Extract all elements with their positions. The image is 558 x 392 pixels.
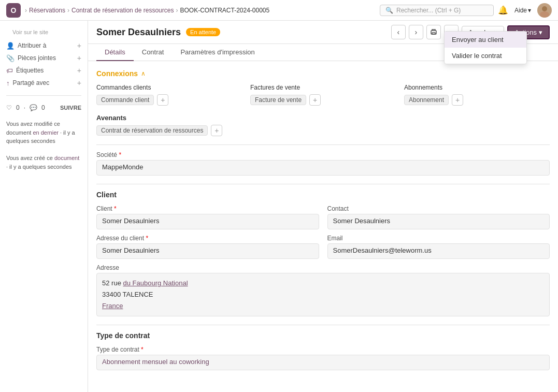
client-value[interactable]: Somer Desaulniers — [96, 214, 319, 229]
email-value[interactable]: SomerDesaulniers@teleworm.us — [327, 243, 550, 259]
commandes-tags: Commande client + — [96, 94, 242, 106]
avenant-tag[interactable]: Contrat de réservation de ressources — [96, 125, 208, 136]
type-contrat-section: Type de contrat Type de contrat * Abonne… — [96, 331, 550, 370]
search-icon: 🔍 — [385, 7, 393, 14]
dropdown-envoyer[interactable]: Envoyer au client — [445, 32, 526, 48]
sidebar-divider — [6, 95, 81, 96]
divider-3 — [96, 325, 550, 325]
dropdown-valider[interactable]: Valider le contrat — [445, 48, 526, 64]
contact-label: Contact — [327, 205, 550, 212]
tab-contrat[interactable]: Contrat — [134, 44, 173, 61]
adresse-link[interactable]: du Faubourg National — [123, 279, 188, 287]
sidebar-item-etiquettes[interactable]: 🏷 Étiquettes + — [6, 64, 81, 77]
heart-icon: ♡ — [6, 104, 12, 111]
client-row-1: Client * Somer Desaulniers Contact Somer… — [96, 205, 550, 235]
type-contrat-label: Type de contrat * — [96, 346, 550, 353]
svg-point-0 — [542, 6, 547, 11]
divider-2 — [96, 184, 550, 184]
adresse-client-value[interactable]: Somer Desaulniers — [96, 243, 319, 259]
societe-field: Société * MappeMonde — [96, 151, 550, 176]
activity-link-2[interactable]: document — [54, 155, 79, 161]
societe-value[interactable]: MappeMonde — [96, 160, 550, 176]
avenants-add-button[interactable]: + — [211, 125, 222, 136]
adresse-client-label: Adresse du client * — [96, 235, 319, 242]
activity-link-1[interactable]: en dernier — [33, 129, 59, 136]
follow-button[interactable]: SUIVRE — [60, 105, 81, 111]
divider-1 — [96, 144, 550, 145]
tab-impression[interactable]: Paramètres d'impression — [172, 44, 263, 61]
abonnement-tag[interactable]: Abonnement — [404, 95, 449, 105]
svg-point-1 — [540, 11, 549, 18]
tab-details[interactable]: Détails — [96, 44, 134, 61]
topbar-right: 🔔 Aide ▾ — [498, 3, 552, 18]
search-bar[interactable]: 🔍 Rechercher... (Ctrl + G) — [380, 5, 494, 16]
type-contrat-section-title: Type de contrat — [96, 331, 550, 340]
commandes-label: Commandes clients — [96, 84, 242, 91]
societe-label: Société * — [96, 151, 550, 158]
topbar: O › Réservations › Contrat de réservatio… — [0, 0, 558, 21]
contact-field: Contact Somer Desaulniers — [327, 205, 550, 229]
sidebar-item-pieces[interactable]: 📎 Pièces jointes + — [6, 52, 81, 64]
nav-prev-button[interactable]: ‹ — [391, 25, 406, 39]
etiquettes-add-icon[interactable]: + — [77, 66, 81, 75]
sidebar-partage-label: Partagé avec — [13, 79, 50, 86]
likes-count: 0 · 💬 0 — [16, 104, 45, 111]
paperclip-icon: 📎 — [6, 54, 15, 62]
help-menu[interactable]: Aide ▾ — [514, 7, 531, 14]
avenants-label: Avenants — [96, 114, 550, 122]
facture-tag[interactable]: Facture de vente — [250, 95, 306, 105]
sidebar: Voir sur le site 👤 Attribuer à + 📎 Pièce… — [0, 21, 88, 392]
contact-value[interactable]: Somer Desaulniers — [327, 214, 550, 229]
main-layout: Voir sur le site 👤 Attribuer à + 📎 Pièce… — [0, 21, 558, 392]
sidebar-section-title: Voir sur le site — [6, 29, 81, 39]
sidebar-item-attribuer[interactable]: 👤 Attribuer à + — [6, 39, 81, 52]
actions-chevron-icon: ▾ — [539, 28, 542, 36]
avenants-tags: Contrat de réservation de ressources + — [96, 125, 550, 136]
breadcrumb-reservations[interactable]: Réservations — [29, 7, 65, 14]
avenants-section: Avenants Contrat de réservation de resso… — [96, 114, 550, 136]
user-avatar[interactable] — [537, 3, 552, 18]
sidebar-activity: Vous avez modifié ce document en dernier… — [0, 115, 88, 175]
share-icon: ↑ — [6, 79, 10, 87]
user-icon: 👤 — [6, 42, 15, 50]
connexions-grid: Commandes clients Commande client + Fact… — [96, 84, 550, 106]
connexions-collapse-icon[interactable]: ∧ — [141, 70, 146, 77]
breadcrumb: › Réservations › Contrat de réservation … — [25, 7, 376, 14]
app-logo[interactable]: O — [6, 3, 21, 18]
breadcrumb-contrat[interactable]: Contrat de réservation de ressources — [71, 7, 174, 14]
country-link[interactable]: France — [102, 302, 123, 310]
svg-rect-3 — [432, 33, 435, 34]
notification-bell-icon[interactable]: 🔔 — [498, 5, 508, 15]
adresse-field: Adresse 52 rue du Faubourg National 3340… — [96, 264, 550, 316]
commandes-add-button[interactable]: + — [157, 94, 168, 106]
breadcrumb-sep: › — [25, 7, 27, 14]
actions-dropdown: Envoyer au client Valider le contrat — [444, 31, 527, 64]
commande-tag[interactable]: Commande client — [96, 95, 154, 105]
main-content: Connexions ∧ Commandes clients Commande … — [88, 61, 558, 392]
email-label: Email — [327, 235, 550, 242]
pieces-add-icon[interactable]: + — [77, 54, 81, 62]
print-button[interactable] — [426, 25, 441, 39]
content-area: Somer Desaulniers En attente ‹ › ··· Ann… — [88, 21, 558, 392]
client-section-title: Client — [96, 191, 550, 199]
sidebar-item-partage[interactable]: ↑ Partagé avec + — [6, 77, 81, 89]
adresse-label: Adresse — [96, 264, 550, 271]
client-field: Client * Somer Desaulniers — [96, 205, 319, 229]
factures-add-button[interactable]: + — [309, 94, 321, 106]
commandes-col: Commandes clients Commande client + — [96, 84, 242, 106]
adresse-value: 52 rue du Faubourg National 33400 TALENC… — [96, 273, 550, 316]
attribuer-add-icon[interactable]: + — [77, 41, 81, 50]
email-field: Email SomerDesaulniers@teleworm.us — [327, 235, 550, 259]
factures-label: Factures de vente — [250, 84, 396, 91]
connexions-header: Connexions ∧ — [96, 69, 550, 78]
abonnements-add-button[interactable]: + — [452, 94, 463, 106]
status-badge: En attente — [186, 28, 220, 36]
adresse-client-field: Adresse du client * Somer Desaulniers — [96, 235, 319, 259]
type-contrat-value[interactable]: Abonnement mensuel au coworking — [96, 355, 550, 370]
abonnements-col: Abonnements Abonnement + — [404, 84, 550, 106]
sidebar-voir-section: Voir sur le site 👤 Attribuer à + 📎 Pièce… — [0, 27, 88, 91]
partage-add-icon[interactable]: + — [77, 79, 81, 87]
nav-next-button[interactable]: › — [409, 25, 423, 39]
record-title: Somer Desaulniers — [96, 27, 181, 38]
abonnements-tags: Abonnement + — [404, 94, 550, 106]
